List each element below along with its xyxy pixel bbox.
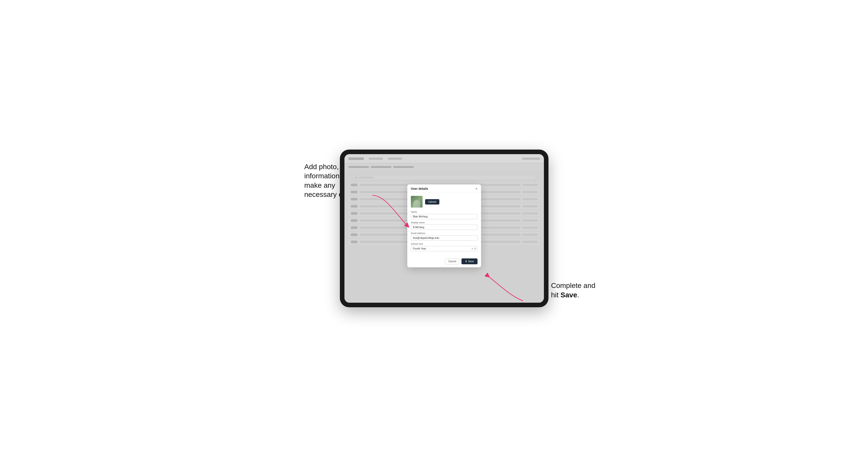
school-year-wrapper: ✕ ⇅ (411, 246, 477, 251)
school-year-label: School Year (411, 243, 477, 245)
display-name-field-group: Display name (411, 221, 477, 230)
scene: Add photo, check information and make an… (307, 142, 561, 325)
save-icon: ⬆ (465, 260, 467, 263)
cancel-button[interactable]: Cancel (445, 258, 459, 264)
name-input[interactable] (411, 214, 477, 219)
modal-body: Upload Name Display name (407, 193, 481, 256)
photo-section: Upload (411, 196, 477, 208)
name-label: Name (411, 211, 477, 213)
school-year-input[interactable] (411, 246, 477, 251)
close-button[interactable]: × (475, 187, 477, 190)
upload-button[interactable]: Upload (425, 199, 439, 205)
photo-image (411, 196, 423, 208)
annotation-right: Complete and hit Save. (551, 281, 612, 300)
email-field-group: Email address (411, 232, 477, 241)
email-label: Email address (411, 232, 477, 235)
name-field-group: Name (411, 211, 477, 219)
tablet-screen: User details × Upload (344, 154, 544, 303)
email-input[interactable] (411, 235, 477, 241)
user-details-modal: User details × Upload (407, 184, 481, 267)
tablet-frame: User details × Upload (340, 150, 549, 307)
school-year-field-group: School Year ✕ ⇅ (411, 243, 477, 251)
app-background: User details × Upload (344, 154, 544, 303)
modal-title: User details (411, 187, 428, 190)
modal-footer: Cancel ⬆ Save (407, 256, 481, 267)
photo-thumbnail (411, 196, 423, 208)
display-name-input[interactable] (411, 225, 477, 230)
save-button[interactable]: ⬆ Save (462, 258, 477, 264)
modal-header: User details × (407, 184, 481, 193)
display-name-label: Display name (411, 221, 477, 224)
modal-overlay: User details × Upload (344, 154, 544, 303)
